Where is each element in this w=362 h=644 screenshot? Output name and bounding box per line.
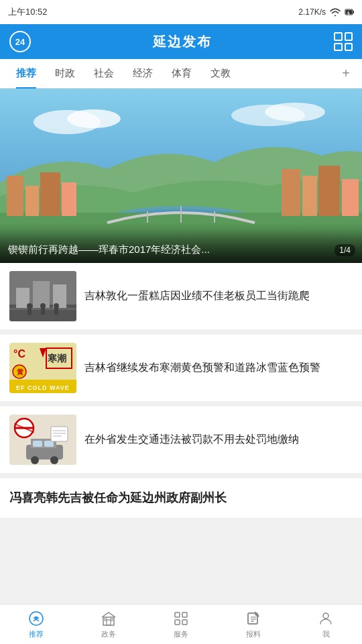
add-tab-button[interactable]: +: [337, 66, 355, 81]
svg-point-60: [35, 617, 38, 620]
tab-politics[interactable]: 时政: [46, 59, 84, 89]
svg-rect-51: [33, 441, 42, 447]
nav-label-politics: 政务: [101, 629, 116, 639]
svg-point-34: [54, 303, 59, 309]
svg-rect-16: [302, 176, 317, 216]
news-item-1[interactable]: 吉林敦化一蛋糕店因业绩不佳老板员工当街跪爬: [0, 263, 362, 329]
svg-rect-14: [62, 182, 76, 216]
tab-sports[interactable]: 体育: [162, 59, 201, 89]
news-list: 吉林敦化一蛋糕店因业绩不佳老板员工当街跪爬 °C 寒潮 EF COLD WAVE: [0, 263, 362, 570]
tab-society[interactable]: 社会: [84, 59, 123, 89]
edit-icon: [245, 610, 262, 627]
news-text-1: 吉林敦化一蛋糕店因业绩不佳老板员工当街跪爬: [84, 288, 353, 305]
nav-label-me: 我: [322, 629, 330, 639]
nav-me[interactable]: 我: [290, 604, 362, 644]
news-item-3[interactable]: 在外省发生交通违法被罚款不用去处罚地缴纳: [0, 407, 362, 473]
news-thumb-coldwave: °C 寒潮 EF COLD WAVE 黄: [9, 343, 76, 393]
svg-rect-62: [107, 620, 111, 625]
svg-rect-67: [175, 620, 180, 625]
hero-caption: 锲锲前行再跨越——珲春市2017年经济社会...: [0, 230, 362, 263]
svg-point-5: [67, 109, 121, 128]
svg-rect-13: [40, 172, 60, 216]
svg-rect-68: [182, 620, 187, 625]
svg-rect-55: [51, 427, 68, 441]
news-thumb-traffic: [9, 415, 76, 465]
bottom-navigation: 推荐 政务 服务: [0, 604, 362, 644]
nav-label-services: 服务: [174, 629, 188, 639]
news-text-3: 在外省发生交通违法被罚款不用去处罚地缴纳: [84, 431, 353, 448]
home-icon: [27, 610, 45, 627]
hero-banner[interactable]: 锲锲前行再跨越——珲春市2017年经济社会... 1/4: [0, 89, 362, 263]
svg-point-54: [50, 456, 58, 464]
person-icon: [317, 610, 335, 627]
svg-point-53: [31, 456, 39, 464]
svg-text:°C: °C: [13, 348, 25, 360]
hero-counter: 1/4: [335, 244, 355, 256]
svg-rect-12: [25, 186, 39, 216]
category-tabs: 推荐 时政 社会 经济 体育 文教 +: [0, 59, 362, 89]
nav-report[interactable]: 报料: [217, 604, 290, 644]
grid-icon[interactable]: [334, 32, 353, 51]
tab-culture[interactable]: 文教: [201, 59, 240, 89]
svg-text:EF COLD WAVE: EF COLD WAVE: [16, 384, 70, 391]
building-icon: [100, 610, 117, 627]
svg-point-74: [323, 613, 328, 619]
svg-point-30: [27, 303, 32, 309]
svg-rect-17: [318, 166, 340, 216]
wifi-icon: [330, 8, 341, 16]
news-full-1[interactable]: 冯喜亮韩先吉被任命为延边州政府副州长: [0, 478, 362, 518]
nav-recommend[interactable]: 推荐: [0, 604, 72, 644]
grid2-icon: [172, 610, 190, 627]
notification-badge[interactable]: 24: [9, 31, 31, 52]
svg-rect-64: [111, 619, 113, 621]
nav-label-report: 报料: [246, 629, 261, 639]
svg-rect-15: [282, 169, 300, 216]
nav-services[interactable]: 服务: [145, 604, 217, 644]
news-thumb-1: [9, 271, 76, 321]
svg-rect-1: [353, 11, 354, 13]
svg-rect-63: [105, 619, 107, 621]
app-title: 延边发布: [153, 33, 212, 51]
nav-label-recommend: 推荐: [29, 629, 44, 639]
news-item-2[interactable]: °C 寒潮 EF COLD WAVE 黄 吉林省继续发布寒潮黄色预警和道路冰雪蓝…: [0, 335, 362, 401]
svg-rect-11: [7, 176, 23, 216]
svg-rect-65: [175, 612, 180, 617]
svg-rect-18: [342, 179, 359, 216]
status-time: 上午10:52: [8, 6, 48, 18]
svg-rect-66: [182, 612, 187, 617]
status-bar: 上午10:52 2.17K/s: [0, 0, 362, 24]
tab-economy[interactable]: 经济: [123, 59, 162, 89]
app-header: 24 延边发布: [0, 24, 362, 59]
nav-politics[interactable]: 政务: [72, 604, 145, 644]
svg-text:黄: 黄: [17, 368, 23, 376]
svg-point-7: [265, 103, 325, 121]
svg-rect-33: [41, 308, 45, 315]
news-text-2: 吉林省继续发布寒潮黄色预警和道路冰雪蓝色预警: [84, 360, 353, 376]
battery-charge-icon: [345, 8, 354, 16]
svg-rect-35: [54, 308, 58, 315]
svg-rect-31: [27, 308, 32, 315]
tab-recommend[interactable]: 推荐: [7, 59, 46, 89]
status-right: 2.17K/s: [298, 7, 354, 17]
svg-text:寒潮: 寒潮: [48, 353, 66, 364]
svg-point-32: [40, 303, 46, 309]
network-speed: 2.17K/s: [298, 7, 326, 17]
